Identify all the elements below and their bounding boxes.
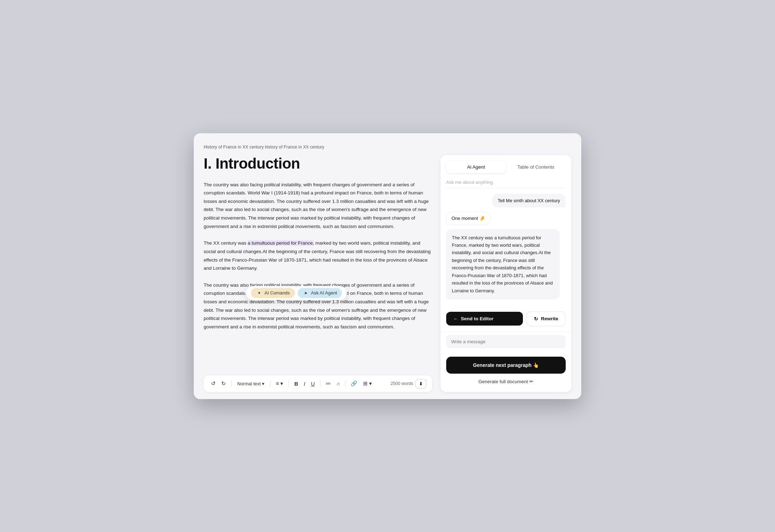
- link-button[interactable]: 🔗: [349, 379, 359, 388]
- app-window: History of France in XX century history …: [194, 133, 581, 399]
- editor-panel: I. Introduction The country was also fac…: [204, 155, 432, 392]
- generate-next-label: Generate next paragraph 👆: [473, 362, 539, 368]
- editor-paragraph-1: The country was also facing political in…: [204, 181, 432, 231]
- download-button[interactable]: ⬇: [415, 379, 426, 388]
- ai-commands-button[interactable]: ✦ AI Comands: [251, 288, 295, 298]
- ai-search-placeholder: Ask me about anything: [446, 180, 493, 185]
- table-button[interactable]: ⊞ ▾: [361, 379, 374, 388]
- ai-panel: Ai Agent Table of Contents Ask me about …: [441, 155, 571, 392]
- send-to-editor-label: Send to Editor: [461, 316, 494, 321]
- download-icon: ⬇: [419, 381, 423, 386]
- tab-ai-agent[interactable]: Ai Agent: [446, 161, 506, 173]
- toolbar-separator-4: [320, 380, 320, 387]
- underline-button[interactable]: U: [309, 380, 316, 388]
- redo-button[interactable]: ↻: [220, 379, 228, 388]
- main-content: I. Introduction The country was also fac…: [204, 155, 571, 392]
- para2-middle: ssian War of 1870-1871, which had result…: [256, 257, 349, 263]
- chevron-down-icon: ▾: [262, 381, 264, 386]
- ai-message-input[interactable]: [446, 335, 566, 348]
- ai-commands-label: AI Comands: [264, 290, 290, 296]
- italic-button[interactable]: I: [302, 380, 307, 388]
- text-style-label: Normal text: [237, 381, 261, 386]
- toolbar-separator-2: [270, 380, 270, 387]
- floating-commands-popup: ✦ AI Comands ➤ Ask AI Agent: [246, 286, 347, 300]
- para2-before: The XX century was: [204, 240, 248, 246]
- ai-input-row: [441, 331, 571, 353]
- word-count: 2500 words: [390, 381, 413, 386]
- align-button[interactable]: ≡ ▾: [274, 379, 285, 388]
- para2-highlighted: a tumultuous period for France,: [248, 240, 314, 246]
- rewrite-label: Rewrite: [541, 316, 558, 321]
- ai-response-message: The XX century was a tumultuous period f…: [446, 229, 560, 300]
- send-to-editor-button[interactable]: ← Send to Editor: [446, 312, 523, 326]
- generate-next-paragraph-button[interactable]: Generate next paragraph 👆: [446, 357, 566, 374]
- ask-agent-button[interactable]: ➤ Ask AI Agent: [298, 288, 342, 298]
- ai-panel-header: Ai Agent Table of Contents: [441, 155, 571, 173]
- generate-full-label: Generate full document ✏: [478, 379, 534, 384]
- ai-commands-icon: ✦: [256, 290, 262, 296]
- ask-agent-icon: ➤: [303, 290, 309, 296]
- para2-tail: any.: [249, 265, 258, 271]
- breadcrumb: History of France in XX century history …: [204, 145, 571, 150]
- bullet-list-button[interactable]: ≔: [324, 379, 333, 388]
- ai-messages: Tell Me smth about XX century One moment…: [441, 188, 571, 311]
- text-style-dropdown[interactable]: Normal text ▾: [235, 380, 267, 387]
- rewrite-button[interactable]: ↻ Rewrite: [526, 311, 566, 326]
- toolbar-separator-5: [345, 380, 345, 387]
- tab-table-of-contents[interactable]: Table of Contents: [506, 161, 566, 173]
- editor-paragraph-2: The XX century was a tumultuous period f…: [204, 239, 432, 273]
- ai-search-area: Ask me about anything: [446, 178, 566, 188]
- editor-body[interactable]: The country was also facing political in…: [204, 181, 432, 367]
- ai-footer: Generate next paragraph 👆 Generate full …: [441, 353, 571, 392]
- undo-button[interactable]: ↺: [209, 379, 217, 388]
- bold-button[interactable]: B: [292, 380, 300, 388]
- numbered-list-button[interactable]: ⑁: [335, 380, 342, 388]
- ai-quick-message: One moment 🤌: [446, 212, 490, 225]
- toolbar-separator-3: [289, 380, 289, 387]
- send-to-editor-arrow-icon: ←: [453, 316, 458, 321]
- user-message-1: Tell Me smth about XX century: [492, 194, 566, 207]
- editor-toolbar: ↺ ↻ Normal text ▾ ≡ ▾ B I U ≔ ⑁ 🔗 ⊞ ▾: [204, 375, 432, 392]
- editor-title: I. Introduction: [204, 155, 432, 172]
- generate-full-document-button[interactable]: Generate full document ✏: [446, 377, 566, 386]
- rewrite-icon: ↻: [534, 316, 538, 322]
- toolbar-separator-1: [231, 380, 232, 387]
- ask-agent-label: Ask AI Agent: [311, 290, 337, 296]
- ai-action-buttons: ← Send to Editor ↻ Rewrite: [441, 311, 571, 331]
